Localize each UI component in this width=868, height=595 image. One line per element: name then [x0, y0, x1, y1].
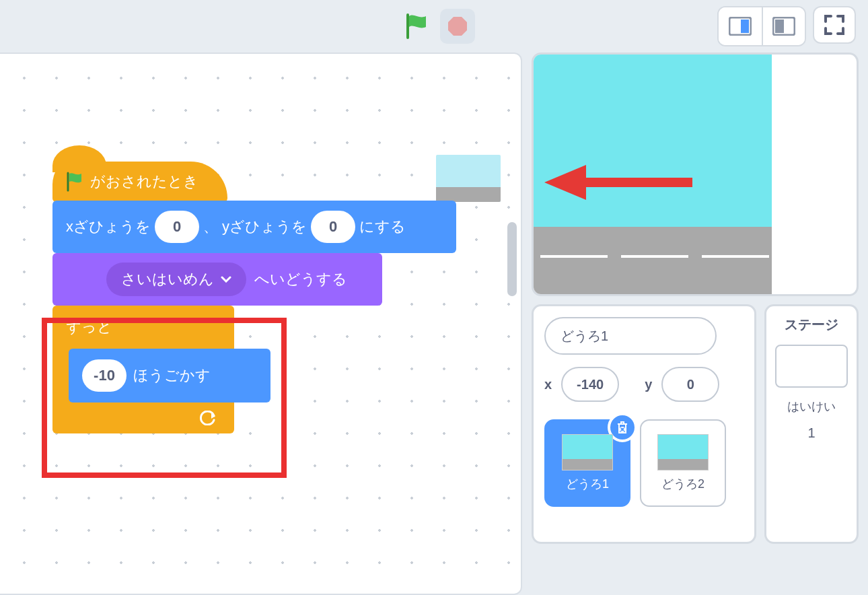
- when-flag-clicked-block[interactable]: がおされたとき: [52, 162, 227, 202]
- backdrop-thumb[interactable]: [775, 345, 848, 388]
- svg-marker-0: [448, 17, 467, 36]
- y-label: y: [645, 377, 652, 392]
- small-stage-button[interactable]: [719, 7, 762, 45]
- stage-title: ステージ: [785, 316, 838, 334]
- stage-panel: ステージ はいけい 1: [764, 304, 859, 544]
- stop-icon: [447, 15, 468, 37]
- hat-label: がおされたとき: [90, 172, 198, 192]
- green-flag-icon: [66, 172, 83, 192]
- gotoxy-text1: xざひょうを: [66, 217, 151, 237]
- sprite-card-label: どうろ1: [566, 476, 609, 492]
- sprite-thumb: [562, 434, 613, 470]
- annotation-highlight: [42, 318, 287, 478]
- sprite-name-value: どうろ1: [560, 327, 608, 345]
- stage-preview[interactable]: [532, 53, 859, 296]
- small-stage-icon: [729, 17, 752, 36]
- goto-xy-block[interactable]: xざひょうを 0 、 yざひょうを 0 にする: [52, 201, 456, 253]
- backdrop-count: 1: [807, 425, 815, 441]
- annotation-arrow-icon: [540, 162, 695, 203]
- large-stage-button[interactable]: [762, 7, 805, 45]
- fullscreen-icon: [824, 15, 844, 35]
- fullscreen-button[interactable]: [813, 6, 856, 44]
- stage-road: [534, 227, 772, 295]
- toolbar: [0, 0, 868, 53]
- sprite-y-input[interactable]: 0: [661, 367, 719, 402]
- gotoxy-text2: 、 yざひょうを: [203, 217, 307, 237]
- code-workspace[interactable]: がおされたとき xざひょうを 0 、 yざひょうを 0 にする さいはいめん へ…: [0, 53, 522, 595]
- sprite-card-label: どうろ2: [661, 476, 704, 492]
- layer-dropdown[interactable]: さいはいめん: [106, 262, 246, 296]
- layer-dropdown-label: さいはいめん: [121, 269, 214, 289]
- chevron-down-icon: [221, 276, 231, 283]
- backdrop-label: はいけい: [787, 398, 836, 415]
- sprite-card-douro2[interactable]: どうろ2: [640, 419, 726, 507]
- x-label: x: [544, 377, 552, 392]
- sprite-thumb: [657, 434, 709, 470]
- svg-rect-4: [775, 20, 784, 33]
- layer-suffix: へいどうする: [254, 269, 347, 289]
- workspace-scrollbar[interactable]: [507, 222, 517, 296]
- stage-size-group: [717, 6, 806, 46]
- svg-marker-6: [544, 165, 586, 200]
- sprite-x-input[interactable]: -140: [561, 367, 619, 402]
- gotoxy-text3: にする: [359, 217, 406, 237]
- green-flag-icon: [406, 13, 429, 39]
- sprite-info-panel: どうろ1 x -140 y 0: [532, 304, 756, 544]
- go-to-layer-block[interactable]: さいはいめん へいどうする: [52, 253, 382, 306]
- trash-icon: [616, 420, 629, 435]
- large-stage-icon: [772, 17, 795, 36]
- sprite-name-input[interactable]: どうろ1: [544, 317, 717, 355]
- go-button[interactable]: [400, 9, 435, 44]
- gotoxy-x-input[interactable]: 0: [155, 211, 199, 243]
- sprite-card-douro1[interactable]: どうろ1: [544, 419, 630, 507]
- svg-rect-2: [741, 20, 749, 33]
- gotoxy-y-input[interactable]: 0: [311, 211, 355, 243]
- stop-button[interactable]: [440, 9, 475, 44]
- sprite-list: どうろ1 どうろ2: [544, 419, 744, 507]
